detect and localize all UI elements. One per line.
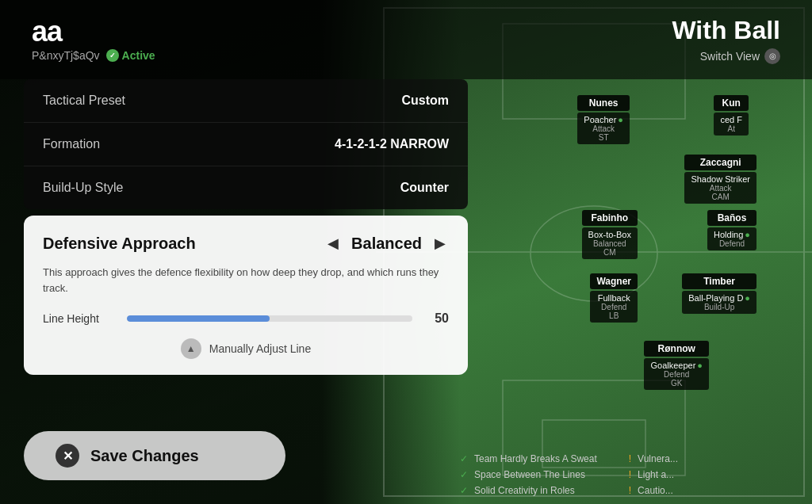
player-name: Wagner (590, 273, 638, 289)
active-label: Active (122, 49, 155, 62)
user-info: P&nxyTj$aQv Active (32, 49, 155, 62)
buildup-style-label: Build-Up Style (43, 181, 123, 195)
buildup-style-value: Counter (400, 181, 449, 195)
header-right: With Ball Switch View ◎ (672, 16, 780, 64)
manual-adjust-label: Manually Adjust Line (209, 342, 311, 355)
tactical-preset-row[interactable]: Tactical Preset Custom (24, 79, 468, 123)
player-detail: Holding ●Defend (707, 227, 756, 250)
switch-view-button[interactable]: Switch View ◎ (672, 48, 780, 64)
line-height-row: Line Height 50 (43, 311, 449, 326)
tactical-preset-value: Custom (401, 94, 449, 108)
player-detail: FullbackDefendLB (590, 291, 638, 323)
defensive-approach-title: Defensive Approach (43, 235, 196, 253)
player-detail: Poacher ●AttackST (577, 113, 630, 144)
player-card[interactable]: NunesPoacher ●AttackST (577, 95, 630, 144)
switch-view-icon: ◎ (764, 48, 780, 64)
logo: aa (32, 17, 155, 46)
active-dot-icon (106, 49, 119, 62)
stat-item: !Light a... (629, 469, 678, 480)
buildup-style-row[interactable]: Build-Up Style Counter (24, 166, 468, 209)
line-height-slider[interactable] (127, 315, 412, 322)
stat-item: !Cautio... (629, 485, 678, 496)
save-changes-label: Save Changes (90, 447, 199, 465)
player-name: Nunes (577, 95, 630, 111)
settings-container: Tactical Preset Custom Formation 4-1-2-1… (24, 79, 468, 209)
stat-text: Vulnera... (638, 453, 678, 464)
username: P&nxyTj$aQv (32, 49, 100, 62)
warn-icon: ! (629, 485, 631, 496)
defensive-approach-value: Balanced (351, 235, 422, 253)
player-name: Timber (682, 273, 756, 289)
player-name: Kun (714, 95, 749, 111)
player-detail: Goalkeeper ●DefendGK (644, 358, 709, 390)
stat-item: ✓Solid Creativity in Roles (460, 485, 597, 496)
player-detail: Ball-Playing D ●Build-Up (682, 291, 756, 314)
check-icon: ✓ (460, 469, 468, 480)
player-name: Baños (707, 210, 756, 226)
slider-fill (127, 315, 270, 322)
line-height-value: 50 (425, 311, 449, 326)
player-card[interactable]: Kunced FAt (714, 95, 749, 136)
player-card[interactable]: WagnerFullbackDefendLB (590, 273, 638, 323)
player-card[interactable]: BañosHolding ●Defend (707, 210, 756, 250)
defensive-approach-description: This approach gives the defence flexibil… (43, 265, 449, 296)
left-panel: Tactical Preset Custom Formation 4-1-2-1… (24, 79, 468, 375)
defensive-prev-button[interactable]: ◀ (324, 231, 342, 255)
manual-adjust-button[interactable]: ▲ Manually Adjust Line (43, 338, 449, 359)
stat-item: !Vulnera... (629, 453, 678, 464)
save-changes-button[interactable]: ✕ Save Changes (24, 431, 285, 480)
page-title: With Ball (672, 16, 780, 45)
defensive-approach-controls: ◀ Balanced ▶ (324, 231, 449, 255)
stat-text: Solid Creativity in Roles (474, 485, 575, 496)
player-detail: Shadow StrikerAttackCAM (684, 172, 756, 204)
line-height-label: Line Height (43, 312, 114, 325)
stat-item: ✓Team Hardly Breaks A Sweat (460, 453, 597, 464)
header: aa P&nxyTj$aQv Active With Ball Switch V… (0, 0, 812, 79)
slider-track (127, 315, 412, 322)
player-name: Zaccagni (684, 155, 756, 170)
stat-text: Cautio... (638, 485, 673, 496)
defensive-approach-header: Defensive Approach ◀ Balanced ▶ (43, 231, 449, 255)
header-left: aa P&nxyTj$aQv Active (32, 17, 155, 62)
stat-text: Space Between The Lines (474, 469, 585, 480)
tactical-preset-label: Tactical Preset (43, 94, 125, 108)
warn-icon: ! (629, 453, 631, 464)
stat-item: ✓Space Between The Lines (460, 469, 597, 480)
player-card[interactable]: TimberBall-Playing D ●Build-Up (682, 273, 756, 314)
player-name: Rønnow (644, 341, 709, 357)
close-icon: ✕ (56, 444, 79, 468)
active-badge: Active (106, 49, 155, 62)
stat-text: Team Hardly Breaks A Sweat (474, 453, 597, 464)
player-card[interactable]: RønnowGoalkeeper ●DefendGK (644, 341, 709, 390)
player-detail: ced FAt (714, 113, 749, 136)
check-icon: ✓ (460, 485, 468, 496)
bottom-stats: ✓Team Hardly Breaks A Sweat✓Space Betwee… (460, 453, 812, 496)
formation-label: Formation (43, 137, 100, 151)
switch-view-label: Switch View (700, 50, 760, 63)
stats-left-col: ✓Team Hardly Breaks A Sweat✓Space Betwee… (460, 453, 597, 496)
player-name: Fabinho (582, 210, 638, 226)
defensive-next-button[interactable]: ▶ (431, 231, 449, 255)
formation-row[interactable]: Formation 4-1-2-1-2 NARROW (24, 123, 468, 166)
stat-text: Light a... (638, 469, 674, 480)
formation-value: 4-1-2-1-2 NARROW (335, 137, 449, 151)
defensive-approach-card: Defensive Approach ◀ Balanced ▶ This app… (24, 216, 468, 375)
warn-icon: ! (629, 469, 631, 480)
check-icon: ✓ (460, 453, 468, 464)
player-detail: Box-to-BoxBalancedCM (582, 227, 638, 259)
triangle-icon: ▲ (181, 338, 201, 359)
stats-right-col: !Vulnera...!Light a...!Cautio... (629, 453, 678, 496)
player-card[interactable]: FabinhoBox-to-BoxBalancedCM (582, 210, 638, 259)
player-card[interactable]: ZaccagniShadow StrikerAttackCAM (684, 155, 756, 204)
